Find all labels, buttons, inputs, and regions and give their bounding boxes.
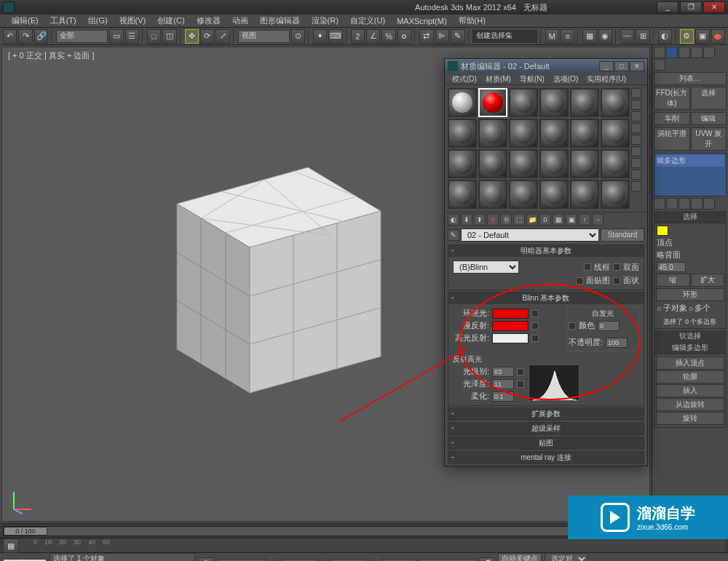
z-input[interactable] [380,559,416,562]
menu-tools[interactable]: 工具(T) [44,14,82,28]
mat-slot-10[interactable] [539,119,569,148]
hierarchy-tab-icon[interactable] [678,47,690,58]
shader-combo[interactable]: (B)Blinn [453,260,519,274]
scale-icon[interactable]: ⤢ [215,29,229,44]
mat-menu-material[interactable]: 材质(M) [481,73,515,84]
window-cross-icon[interactable]: ◫ [162,29,176,44]
mat-slot-3[interactable] [509,88,538,117]
show-end-icon[interactable]: ▣ [566,214,577,226]
specular-map[interactable] [531,335,539,342]
gloss-map[interactable] [517,381,524,388]
btn-car[interactable]: 车削 [654,112,690,125]
btn-insert-vertex[interactable]: 插入顶点 [656,357,724,370]
align2-icon[interactable]: ≡ [561,29,574,44]
rollout-supersample[interactable]: 超级采样 [448,423,644,434]
mat-slot-7[interactable] [448,119,477,148]
spinner-snap-icon[interactable]: ⭘ [397,29,411,44]
rollout-shader[interactable]: 明暗器基本参数 [448,245,644,257]
mat-titlebar[interactable]: 材质编辑器 - 02 - Default _ □ ✕ [445,59,647,73]
select-by-mat-icon[interactable] [631,170,641,180]
material-name-combo[interactable]: 02 - Default [461,228,599,242]
ambient-lock[interactable] [531,310,539,317]
sample-uv-icon[interactable] [631,123,641,133]
make-unique-icon[interactable]: ⬚ [513,214,525,226]
mat-slot-13[interactable] [448,149,477,178]
trackbar-toggle-icon[interactable]: ▦ [3,538,19,553]
snap-percent-icon[interactable]: % [381,29,395,44]
menu-help[interactable]: 帮助(H) [453,14,491,28]
opacity-spinner[interactable] [606,338,628,348]
subobject-color[interactable] [657,226,668,236]
reset-icon[interactable]: ✕ [487,214,499,226]
app-icon[interactable] [3,1,15,13]
rotate-icon[interactable]: ⟳ [200,29,214,44]
radio-subobj[interactable]: ○ [657,304,662,313]
video-check-icon[interactable] [631,135,641,145]
layer-icon[interactable]: ▦ [582,29,596,44]
mat-close-button[interactable]: ✕ [630,61,644,71]
mat-slot-21[interactable] [509,180,538,209]
btn-outline[interactable]: 轮廓 [656,370,724,383]
mat-slot-11[interactable] [570,119,599,148]
mirror2-icon[interactable]: M [545,29,559,44]
mat-maximize-button[interactable]: □ [614,61,629,71]
y-input[interactable] [331,559,367,562]
speclevel-spinner[interactable] [492,367,514,377]
x-input[interactable] [281,559,317,562]
btn-select[interactable]: 选择 [691,87,727,110]
mat-slot-23[interactable] [570,180,599,209]
menu-modifiers[interactable]: 修改器 [191,14,226,28]
undo-icon[interactable]: ↶ [3,29,17,44]
stack-pin-icon[interactable] [654,198,665,210]
angle-input[interactable] [657,262,686,272]
modifier-stack-item[interactable]: 辑多边形 [656,155,724,167]
mat-slot-19[interactable] [448,180,477,209]
schematic-icon[interactable]: ⊞ [636,29,649,44]
rollout-selection[interactable]: 选择 [654,211,727,223]
minimize-button[interactable]: _ [657,1,678,13]
pick-material-icon[interactable]: ✎ [448,229,459,241]
mat-slot-17[interactable] [570,149,599,178]
selection-filter-combo[interactable]: 全部 [56,30,108,43]
modify-tab-icon[interactable] [666,47,678,58]
btn-turbo[interactable]: 涡轮平滑 [654,127,690,151]
soften-spinner[interactable] [492,391,514,402]
get-material-icon[interactable]: ◐ [448,214,459,226]
cube-object[interactable] [133,127,395,404]
put-library-icon[interactable]: 📁 [526,214,538,226]
link-icon[interactable]: 🔗 [34,29,48,44]
render-icon[interactable]: 🫖 [711,29,725,44]
align-icon[interactable]: ⊫ [435,29,449,44]
edit-icon[interactable]: ✎ [451,29,464,44]
rollout-blinn[interactable]: Blinn 基本参数 [448,293,644,304]
put-scene-icon[interactable]: ⬇ [461,214,472,226]
graphite-icon[interactable]: ◉ [598,29,612,44]
display-tab-icon[interactable] [703,47,715,58]
move-icon[interactable]: ✥ [185,29,199,44]
select-icon[interactable]: ▭ [109,29,123,44]
mat-slot-18[interactable] [601,149,630,178]
snap-2d-icon[interactable]: 2 [351,29,365,44]
mat-slot-14[interactable] [478,149,507,178]
mat-menu-util[interactable]: 实用程序(U) [582,73,630,84]
rollout-softsel[interactable]: 软选择 [654,330,727,342]
material-editor-window[interactable]: 材质编辑器 - 02 - Default _ □ ✕ 模式(D) 材质(M) 导… [444,58,648,466]
mat-menu-options[interactable]: 选项(O) [549,73,582,84]
mat-slot-2[interactable] [478,88,507,117]
btn-insert[interactable]: 插入 [656,384,724,397]
btn-ring[interactable]: 环形 [656,288,724,301]
redo-icon[interactable]: ↷ [18,29,32,44]
script-listener-combo[interactable]: 所在行: [3,559,47,562]
btn-from-edge[interactable]: 从边旋转 [656,398,724,411]
menu-graph[interactable]: 图形编辑器 [254,14,306,28]
rect-select-icon[interactable]: □ [147,29,161,44]
rollout-mentalray[interactable]: mental ray 连接 [448,452,644,463]
diffuse-map[interactable] [531,322,539,330]
material-type-button[interactable]: Standard [601,228,644,242]
menu-edit[interactable]: 编辑(E) [6,14,44,28]
add-time-tag[interactable]: 添加时间标记 [217,559,268,562]
speclevel-map[interactable] [517,368,524,375]
assign-icon[interactable]: ⬆ [474,214,486,226]
mat-slot-16[interactable] [539,149,569,178]
wire-checkbox[interactable] [584,263,591,271]
